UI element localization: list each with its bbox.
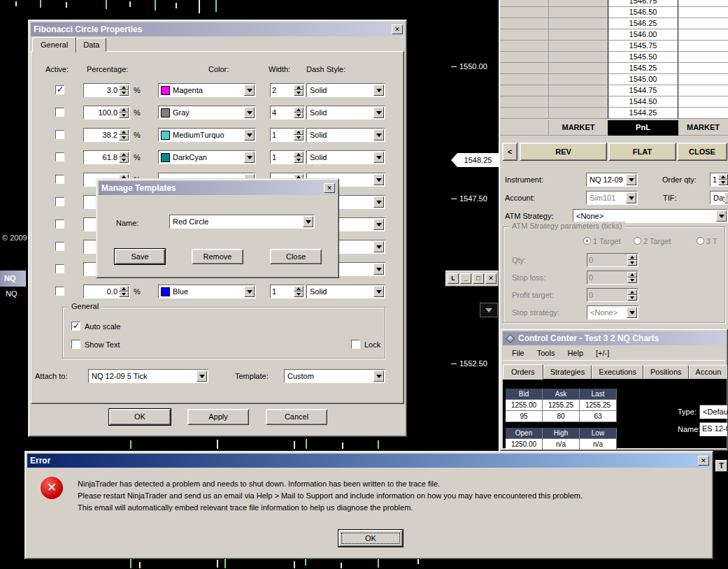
width-spinner[interactable]: 1 bbox=[270, 284, 305, 298]
target1-radio[interactable] bbox=[583, 237, 591, 245]
ladder-price-cell[interactable]: 1546.75 bbox=[608, 0, 678, 7]
close-button[interactable]: Close bbox=[270, 249, 322, 264]
spin-up-icon[interactable] bbox=[294, 85, 304, 90]
error-dialog-titlebar[interactable]: Error ✕ bbox=[27, 454, 711, 468]
template-combo[interactable]: Custom bbox=[284, 369, 385, 383]
spin-down-icon[interactable] bbox=[119, 291, 129, 297]
order-qty-spinner[interactable]: 1 bbox=[710, 173, 728, 187]
ladder-price-cell[interactable]: 1544.75 bbox=[608, 85, 678, 96]
spin-down-icon[interactable] bbox=[294, 157, 304, 163]
ladder-buy-cell[interactable] bbox=[549, 74, 608, 85]
ladder-price-cell[interactable]: 1544.50 bbox=[608, 96, 678, 108]
menu-help[interactable]: Help bbox=[561, 347, 590, 359]
dropdown-arrow-icon[interactable] bbox=[626, 174, 636, 185]
ladder-price-cell[interactable]: 1546.50 bbox=[608, 7, 678, 18]
cancel-button[interactable]: Cancel bbox=[266, 409, 327, 425]
close-button[interactable]: ✕ bbox=[485, 273, 497, 284]
ladder-buy-cell[interactable] bbox=[549, 108, 608, 119]
ladder-buy-cell[interactable] bbox=[549, 29, 608, 41]
spin-up-icon[interactable] bbox=[294, 152, 304, 157]
ladder-sell-cell[interactable] bbox=[678, 29, 728, 41]
ladder-price-cell[interactable]: 1545.75 bbox=[608, 41, 678, 52]
ladder-sell-cell[interactable] bbox=[678, 41, 728, 52]
spinner-buttons[interactable] bbox=[294, 107, 304, 118]
dash-style-combo[interactable]: Solid bbox=[306, 150, 385, 164]
color-combo[interactable]: Magenta bbox=[158, 83, 256, 97]
spinner-buttons[interactable] bbox=[119, 286, 129, 297]
spin-down-icon[interactable] bbox=[294, 113, 304, 118]
apply-button[interactable]: Apply bbox=[187, 409, 249, 425]
ladder-price-cell[interactable]: 1545.25 bbox=[608, 63, 678, 74]
dash-style-combo[interactable]: Solid bbox=[306, 284, 385, 298]
dropdown-arrow-icon[interactable] bbox=[373, 219, 384, 230]
dropdown-arrow-icon[interactable] bbox=[373, 107, 384, 118]
color-combo[interactable]: Gray bbox=[158, 106, 256, 120]
ladder-price-cell[interactable]: 1545.00 bbox=[608, 74, 678, 85]
tab-executions[interactable]: Executions bbox=[592, 365, 643, 379]
dropdown-arrow-icon[interactable] bbox=[244, 129, 255, 141]
spin-up-icon[interactable] bbox=[119, 129, 129, 135]
spinner-buttons[interactable] bbox=[119, 129, 129, 141]
color-combo[interactable]: DarkCyan bbox=[158, 150, 256, 164]
width-spinner[interactable]: 4 bbox=[270, 106, 305, 120]
dropdown-arrow-icon[interactable] bbox=[373, 152, 384, 163]
active-checkbox[interactable] bbox=[55, 264, 64, 273]
ladder-sell-cell[interactable] bbox=[678, 74, 728, 85]
restore-button[interactable]: □ bbox=[473, 273, 484, 284]
width-spinner[interactable]: 1 bbox=[270, 150, 305, 164]
ladder-buy-cell[interactable] bbox=[549, 52, 608, 63]
spin-up-icon[interactable] bbox=[294, 107, 304, 113]
tab-strategies[interactable]: Strategies bbox=[543, 365, 592, 379]
spinner-buttons[interactable] bbox=[119, 107, 129, 118]
side-toolbar-button[interactable]: T bbox=[715, 460, 727, 472]
dropdown-arrow-icon[interactable] bbox=[244, 107, 255, 118]
spinner-buttons[interactable] bbox=[119, 152, 129, 163]
ladder-buy-cell[interactable] bbox=[549, 18, 608, 29]
percentage-spinner[interactable]: 0.0 bbox=[83, 284, 130, 298]
account-combo[interactable]: Sim101 bbox=[586, 191, 638, 205]
spin-down-icon[interactable] bbox=[119, 90, 129, 96]
spinner-buttons[interactable] bbox=[294, 85, 304, 96]
minimized-window-title[interactable]: NQ bbox=[0, 271, 26, 287]
back-button[interactable]: < bbox=[502, 143, 518, 161]
dash-style-combo[interactable]: Solid bbox=[306, 83, 385, 97]
auto-scale-checkbox[interactable] bbox=[71, 322, 80, 331]
dropdown-arrow-icon[interactable] bbox=[373, 85, 384, 96]
control-center-titlebar[interactable]: Control Center - Test 3 2 NQ Charts bbox=[503, 331, 725, 345]
ladder-sell-cell[interactable] bbox=[678, 7, 728, 18]
active-checkbox[interactable] bbox=[55, 197, 64, 206]
color-combo[interactable]: Blue bbox=[158, 284, 256, 298]
dropdown-arrow-icon[interactable] bbox=[244, 152, 255, 163]
tab-orders[interactable]: Orders bbox=[503, 364, 543, 380]
spin-up-icon[interactable] bbox=[119, 85, 129, 90]
tab-positions[interactable]: Positions bbox=[643, 365, 689, 379]
tif-combo[interactable]: Day bbox=[710, 191, 728, 205]
dash-style-combo[interactable]: Solid bbox=[306, 106, 385, 120]
active-checkbox[interactable] bbox=[55, 242, 64, 251]
atm-strategy-combo[interactable]: <None> bbox=[573, 209, 728, 223]
minimize-button[interactable]: _ bbox=[460, 273, 471, 284]
scroll-down-button[interactable] bbox=[480, 303, 498, 317]
manage-templates-titlebar[interactable]: Manage Templates ✕ bbox=[99, 181, 336, 195]
spin-up-icon[interactable] bbox=[294, 286, 304, 291]
menu-file[interactable]: File bbox=[506, 347, 531, 359]
save-button[interactable]: Save bbox=[115, 249, 165, 264]
active-checkbox[interactable] bbox=[55, 219, 64, 229]
spin-up-icon[interactable] bbox=[119, 107, 129, 113]
dropdown-arrow-icon[interactable] bbox=[716, 210, 727, 222]
active-checkbox[interactable] bbox=[55, 152, 64, 161]
menu-tools[interactable]: Tools bbox=[531, 347, 562, 359]
ladder-sell-cell[interactable] bbox=[678, 52, 728, 63]
spin-up-icon[interactable] bbox=[718, 174, 728, 180]
dropdown-arrow-icon[interactable] bbox=[373, 286, 384, 297]
spin-up-icon[interactable] bbox=[119, 152, 129, 157]
percentage-spinner[interactable]: 61.8 bbox=[83, 150, 130, 164]
active-checkbox[interactable] bbox=[55, 85, 64, 94]
spin-down-icon[interactable] bbox=[294, 291, 304, 297]
dropdown-arrow-icon[interactable] bbox=[244, 85, 255, 96]
dropdown-arrow-icon[interactable] bbox=[373, 174, 384, 185]
dropdown-arrow-icon[interactable] bbox=[626, 192, 636, 203]
dropdown-arrow-icon[interactable] bbox=[244, 286, 255, 297]
spinner-buttons[interactable] bbox=[718, 174, 728, 185]
dash-style-combo[interactable]: Solid bbox=[306, 128, 385, 142]
